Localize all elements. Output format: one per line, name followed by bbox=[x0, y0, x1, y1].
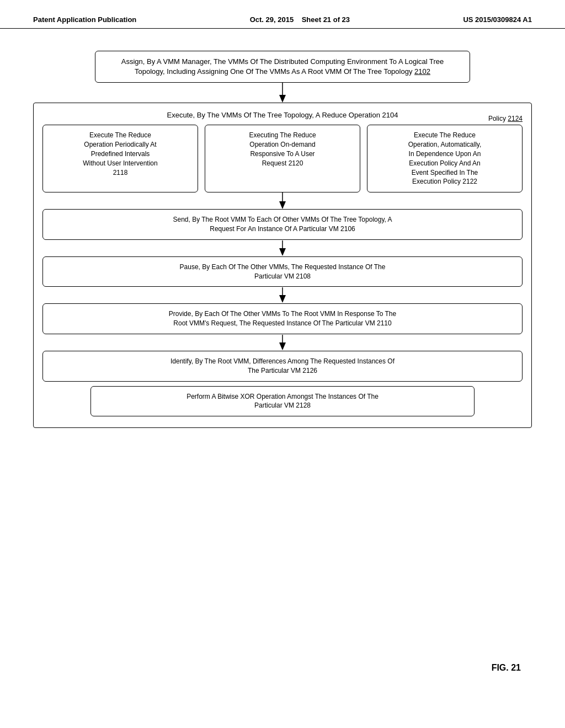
ref-2128: 2128 bbox=[296, 402, 311, 409]
header-right: US 2015/0309824 A1 bbox=[463, 15, 532, 24]
ref-2122: 2122 bbox=[462, 178, 477, 185]
box-2102: Assign, By A VMM Manager, The VMMs Of Th… bbox=[95, 51, 470, 83]
header-date: Oct. 29, 2015 bbox=[250, 15, 294, 24]
three-cols: Execute The ReduceOperation Periodically… bbox=[42, 125, 523, 192]
box-2104-text: Execute, By The VMMs Of The Tree Topolog… bbox=[167, 111, 380, 119]
ref-2118: 2118 bbox=[113, 169, 128, 176]
svg-marker-1 bbox=[279, 95, 286, 103]
box-2106: Send, By The Root VMM To Each Of Other V… bbox=[42, 209, 523, 240]
svg-marker-3 bbox=[279, 201, 286, 209]
fig-label: FIG. 21 bbox=[492, 663, 521, 673]
policy-section: Policy 2124 Execute The ReduceOperation … bbox=[42, 125, 523, 192]
arrow-2102-to-outer bbox=[33, 83, 532, 103]
ref-2110: 2110 bbox=[377, 319, 392, 327]
header-sheet: Sheet 21 of 23 bbox=[302, 15, 350, 24]
header-left: Patent Application Publication bbox=[33, 15, 136, 24]
box-2108: Pause, By Each Of The Other VMMs, The Re… bbox=[42, 256, 523, 287]
inner-flow: Send, By The Root VMM To Each Of Other V… bbox=[42, 209, 523, 419]
outer-box: Execute, By The VMMs Of The Tree Topolog… bbox=[33, 103, 532, 428]
col-box-2122: Execute The ReduceOperation, Automatical… bbox=[367, 125, 523, 192]
arrow-2110-to-2126 bbox=[277, 334, 288, 351]
box-2104: Execute, By The VMMs Of The Tree Topolog… bbox=[42, 111, 523, 119]
ref-2126: 2126 bbox=[302, 367, 317, 374]
svg-marker-5 bbox=[279, 248, 286, 256]
col-box-2120: Executing The ReduceOperation On-demandR… bbox=[205, 125, 360, 192]
box-2110: Provide, By Each Of The Other VMMs To Th… bbox=[42, 303, 523, 334]
arrow-2108-to-2110 bbox=[277, 287, 288, 303]
svg-marker-7 bbox=[279, 295, 286, 303]
arrow-cols-to-2106 bbox=[42, 192, 523, 209]
col-box-2118: Execute The ReduceOperation Periodically… bbox=[42, 125, 198, 192]
header: Patent Application Publication Oct. 29, … bbox=[0, 0, 565, 29]
box-2126: Identify, By The Root VMM, Differences A… bbox=[42, 351, 523, 382]
box-2102-text: Assign, By A VMM Manager, The VMMs Of Th… bbox=[121, 57, 444, 76]
svg-marker-9 bbox=[279, 342, 286, 350]
ref-2106: 2106 bbox=[340, 225, 355, 233]
header-center: Oct. 29, 2015 Sheet 21 of 23 bbox=[250, 15, 350, 24]
box-2128-wrapper: Perform A Bitwise XOR Operation Amongst … bbox=[42, 386, 523, 419]
box-2128: Perform A Bitwise XOR Operation Amongst … bbox=[90, 386, 475, 417]
ref-2108: 2108 bbox=[296, 272, 311, 280]
ref-2102: 2102 bbox=[414, 67, 430, 76]
ref-2104: 2104 bbox=[382, 111, 398, 119]
policy-label: Policy 2124 bbox=[488, 115, 523, 122]
page: Patent Application Publication Oct. 29, … bbox=[0, 0, 565, 728]
diagram-area: Assign, By A VMM Manager, The VMMs Of Th… bbox=[0, 29, 565, 428]
ref-2120: 2120 bbox=[289, 159, 303, 167]
arrow-2106-to-2108 bbox=[277, 240, 288, 256]
